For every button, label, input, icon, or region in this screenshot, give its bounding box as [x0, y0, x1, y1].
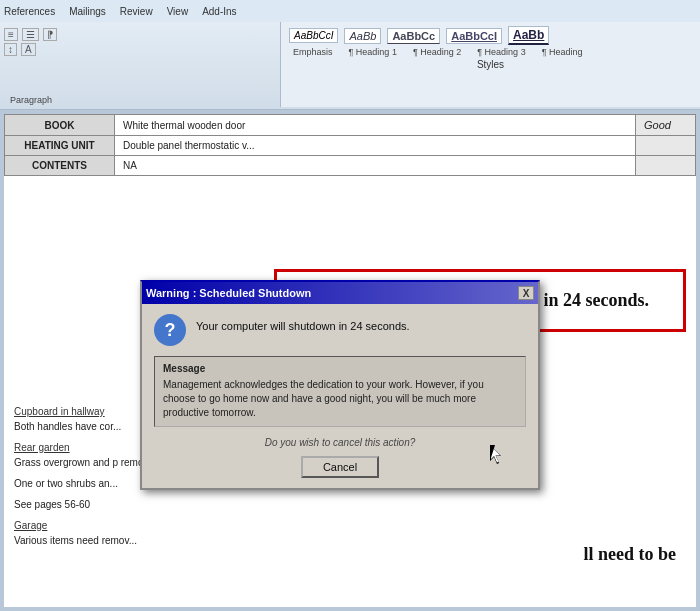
tab-references[interactable]: References: [4, 6, 55, 17]
heading2-label: ¶ Heading 2: [413, 47, 461, 57]
styles-group: AaBbCcI AaBb AaBbCc AaBbCcI AaBb Emphasi…: [280, 22, 700, 107]
row1-status: Good: [636, 115, 696, 136]
table-row: BOOK White thermal wooden door Good: [5, 115, 696, 136]
dialog-message-text: Management acknowledges the dedication t…: [163, 378, 517, 420]
table-row: CONTENTS NA: [5, 156, 696, 176]
list-btn[interactable]: ☰: [22, 28, 39, 41]
ribbon: References Mailings Review View Add-Ins …: [0, 0, 700, 110]
pages-text: See pages 56-60: [14, 497, 686, 512]
row3-value: NA: [115, 156, 636, 176]
row3-status: [636, 156, 696, 176]
heading-main-label: ¶ Heading: [542, 47, 583, 57]
style-emphasis[interactable]: AaBbCcI: [289, 28, 338, 43]
row2-value: Double panel thermostatic v...: [115, 136, 636, 156]
dialog-titlebar: Warning : Scheduled Shutdown X: [142, 282, 538, 304]
tab-review[interactable]: Review: [120, 6, 153, 17]
warning-dialog: Warning : Scheduled Shutdown X ? Your co…: [140, 280, 540, 490]
align-btn[interactable]: ⁋: [43, 28, 57, 41]
heading1-label: ¶ Heading 1: [349, 47, 397, 57]
dialog-top-row: ? Your computer will shutdown in 24 seco…: [154, 314, 526, 346]
style-aabb-main[interactable]: AaBb: [508, 26, 549, 45]
row1-label: BOOK: [5, 115, 115, 136]
dialog-title: Warning : Scheduled Shutdown: [146, 287, 311, 299]
row2-label: HEATING UNIT: [5, 136, 115, 156]
style-aabbccl[interactable]: AaBbCcI: [446, 28, 502, 44]
cancel-button[interactable]: Cancel: [301, 456, 379, 478]
style-aabb[interactable]: AaBb: [344, 28, 381, 44]
table-row: HEATING UNIT Double panel thermostatic v…: [5, 136, 696, 156]
garage-title: Garage: [14, 518, 686, 533]
dialog-message-label: Message: [163, 363, 517, 374]
dialog-message-box: Message Management acknowledges the dedi…: [154, 356, 526, 427]
shading-btn[interactable]: A: [21, 43, 36, 56]
list-item: See pages 56-60: [14, 497, 686, 512]
paragraph-label: Paragraph: [10, 95, 52, 105]
dialog-question-icon: ?: [154, 314, 186, 346]
tab-addins[interactable]: Add-Ins: [202, 6, 236, 17]
style-aabbcc[interactable]: AaBbCc: [387, 28, 440, 44]
document-table: BOOK White thermal wooden door Good HEAT…: [4, 114, 696, 176]
emphasis-label: Emphasis: [293, 47, 333, 57]
heading3-label: ¶ Heading 3: [477, 47, 525, 57]
dialog-buttons: Cancel: [154, 456, 526, 478]
dialog-body: ? Your computer will shutdown in 24 seco…: [142, 304, 538, 488]
row1-value: White thermal wooden door: [115, 115, 636, 136]
row2-status: [636, 136, 696, 156]
styles-group-label: Styles: [289, 59, 692, 70]
tab-mailings[interactable]: Mailings: [69, 6, 106, 17]
indent-btn[interactable]: ≡: [4, 28, 18, 41]
row3-label: CONTENTS: [5, 156, 115, 176]
dialog-question-text: Do you wish to cancel this action?: [154, 437, 526, 448]
dialog-close-button[interactable]: X: [518, 286, 534, 300]
sort-btn[interactable]: ↕: [4, 43, 17, 56]
ribbon-tab-bar: References Mailings Review View Add-Ins: [0, 0, 700, 22]
tab-view[interactable]: View: [167, 6, 189, 17]
right-side-text: ll need to be: [584, 544, 677, 565]
dialog-main-text: Your computer will shutdown in 24 second…: [196, 314, 410, 332]
